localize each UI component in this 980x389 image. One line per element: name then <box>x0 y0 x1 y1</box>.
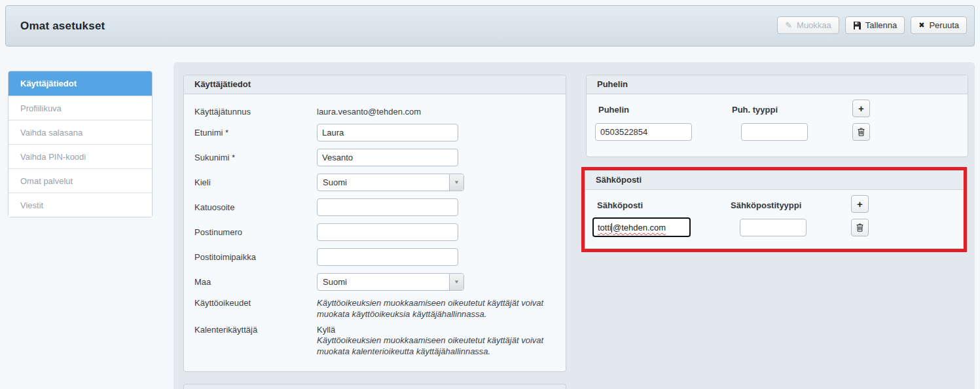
sidebar: Käyttäjätiedot Profiilikuva Vaihda salas… <box>8 71 153 217</box>
email-input[interactable]: totti@tehden.com <box>592 217 691 237</box>
trash-icon <box>856 223 863 232</box>
email-panel-body: Sähköposti Sähköpostityyppi + totti@tehd… <box>585 190 963 249</box>
street-input[interactable] <box>317 198 458 216</box>
page-title: Omat asetukset <box>20 20 105 33</box>
close-icon: ✖ <box>918 22 924 29</box>
last-name-label: Sukunimi * <box>194 149 317 166</box>
city-input[interactable] <box>317 248 458 266</box>
delete-phone-button[interactable] <box>852 123 870 141</box>
language-row: Kieli Suomi ▼ <box>194 174 555 191</box>
email-label: Sähköposti <box>597 200 643 210</box>
street-label: Katuosoite <box>194 198 317 216</box>
sidebar-item-omat-palvelut[interactable]: Omat palvelut <box>9 168 152 193</box>
language-select[interactable]: Suomi ▼ <box>317 174 464 191</box>
sidebar-item-viestit[interactable]: Viestit <box>9 193 152 217</box>
phone-input[interactable] <box>595 123 692 141</box>
street-row: Katuosoite <box>194 198 555 216</box>
first-name-row: Etunimi * <box>194 124 555 141</box>
sidebar-item-vaihda-salasana[interactable]: Vaihda salasana <box>9 120 152 144</box>
edit-button-label: Muokkaa <box>797 20 831 30</box>
postal-code-label: Postinumero <box>194 223 317 241</box>
phone-type-label: Puh. tyyppi <box>732 105 778 115</box>
phone-panel: Puhelin Puhelin Puh. tyyppi + <box>586 75 968 157</box>
trash-icon <box>858 128 865 136</box>
email-panel-title: Sähköposti <box>585 171 963 190</box>
permissions-help: Käyttöoikeuksien muokkaamiseen oikeutetu… <box>317 298 547 320</box>
permissions-row: Käyttöoikeudet Käyttöoikeuksien muokkaam… <box>194 298 555 320</box>
sidebar-item-kayttajatiedot[interactable]: Käyttäjätiedot <box>9 71 152 96</box>
first-name-label: Etunimi * <box>194 124 317 141</box>
postal-code-input[interactable] <box>317 223 458 241</box>
language-label: Kieli <box>194 174 317 191</box>
cancel-button-label: Peruuta <box>929 20 959 30</box>
country-select[interactable]: Suomi ▼ <box>317 273 464 291</box>
calendar-user-row: Kalenterikäyttäjä Kyllä Käyttöoikeuksien… <box>194 325 555 357</box>
plus-icon: + <box>858 103 864 114</box>
save-button[interactable]: Tallenna <box>845 16 905 34</box>
city-row: Postitoimipaikka <box>194 248 555 266</box>
last-name-input[interactable] <box>317 149 458 166</box>
phone-type-input[interactable] <box>741 123 808 141</box>
phone-panel-body: Puhelin Puh. tyyppi + <box>587 94 968 158</box>
save-button-label: Tallenna <box>865 20 897 30</box>
highlight-rectangle: Sähköposti Sähköposti Sähköpostityyppi +… <box>581 167 967 252</box>
calendar-user-label: Kalenterikäyttäjä <box>194 325 317 357</box>
edit-button[interactable]: ✎ Muokkaa <box>777 16 839 34</box>
phone-label: Puhelin <box>598 105 629 115</box>
calendar-user-help-text: Käyttöoikeuksien muokkaamiseen oikeutetu… <box>317 335 547 357</box>
header-actions: ✎ Muokkaa Tallenna ✖ Peruuta <box>777 16 967 34</box>
username-value: laura.vesanto@tehden.com <box>317 103 421 117</box>
chevron-down-icon: ▼ <box>449 174 463 191</box>
plus-icon: + <box>857 198 863 210</box>
chevron-down-icon: ▼ <box>449 274 463 290</box>
email-type-label: Sähköpostityyppi <box>731 200 801 210</box>
email-panel: Sähköposti Sähköposti Sähköpostityyppi +… <box>585 170 964 249</box>
next-panel-partial <box>183 384 566 389</box>
page: Omat asetukset ✎ Muokkaa Tallenna ✖ Peru… <box>0 0 980 389</box>
pencil-icon: ✎ <box>785 21 792 29</box>
user-form-title: Käyttäjätiedot <box>184 75 566 94</box>
delete-email-button[interactable] <box>851 219 869 236</box>
username-label: Käyttäjätunnus <box>194 103 317 117</box>
postal-code-row: Postinumero <box>194 223 555 241</box>
country-select-value: Suomi <box>318 274 449 290</box>
city-label: Postitoimipaikka <box>194 248 317 266</box>
country-label: Maa <box>194 273 317 291</box>
phone-panel-title: Puhelin <box>587 75 968 94</box>
sidebar-item-vaihda-pin-koodi[interactable]: Vaihda PIN-koodi <box>9 144 152 168</box>
last-name-row: Sukunimi * <box>194 149 555 166</box>
sidebar-item-profiilikuva[interactable]: Profiilikuva <box>9 96 152 120</box>
email-type-input[interactable] <box>740 219 807 236</box>
calendar-user-value-block: Kyllä Käyttöoikeuksien muokkaamiseen oik… <box>317 325 547 357</box>
page-header: Omat asetukset ✎ Muokkaa Tallenna ✖ Peru… <box>5 5 975 46</box>
permissions-label: Käyttöoikeudet <box>194 298 317 320</box>
username-row: Käyttäjätunnus laura.vesanto@tehden.com <box>194 103 555 117</box>
add-email-button[interactable]: + <box>851 195 869 213</box>
user-form-body: Käyttäjätunnus laura.vesanto@tehden.com … <box>184 94 566 358</box>
calendar-user-value: Kyllä <box>317 325 547 335</box>
email-input-text: totti@tehden.com <box>598 223 666 232</box>
language-select-value: Suomi <box>318 174 449 191</box>
save-icon <box>853 22 861 29</box>
permissions-help-text: Käyttöoikeuksien muokkaamiseen oikeutetu… <box>317 298 547 320</box>
country-row: Maa Suomi ▼ <box>194 273 555 291</box>
add-phone-button[interactable]: + <box>852 100 870 117</box>
cancel-button[interactable]: ✖ Peruuta <box>911 16 967 34</box>
first-name-input[interactable] <box>317 124 458 141</box>
user-form-panel: Käyttäjätiedot Käyttäjätunnus laura.vesa… <box>183 75 566 372</box>
